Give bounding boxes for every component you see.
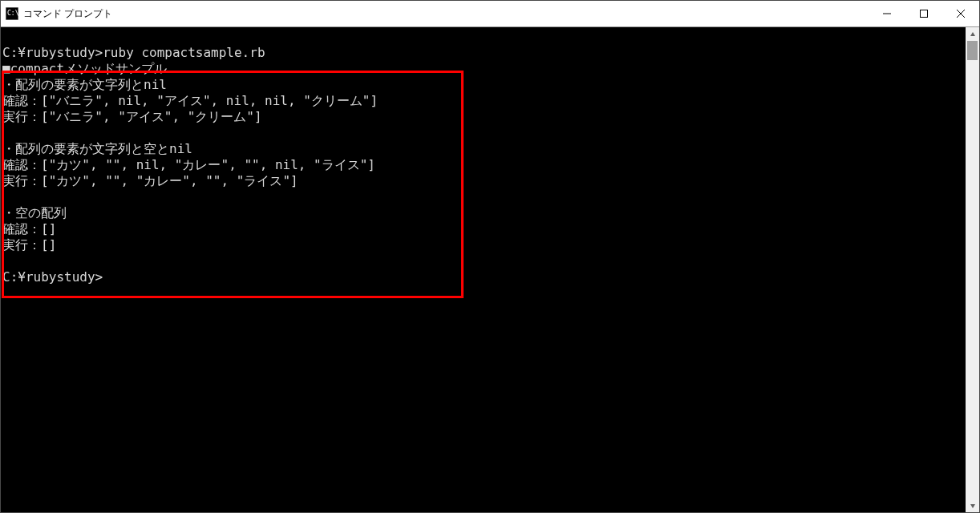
- terminal-line: [2, 189, 966, 205]
- terminal-line: 実行：["カツ", "", "カレー", "", "ライス"]: [2, 173, 966, 189]
- titlebar[interactable]: C:\ コマンド プロンプト: [1, 1, 979, 27]
- terminal-line: 確認：[]: [2, 221, 966, 237]
- terminal-output[interactable]: C:¥rubystudy>ruby compactsample.rb■compa…: [1, 27, 966, 512]
- svg-rect-2: [921, 10, 928, 18]
- terminal-line: [2, 253, 966, 269]
- svg-marker-4: [970, 504, 975, 508]
- svg-marker-3: [970, 32, 975, 36]
- command-prompt-window: C:\ コマンド プロンプト C:¥rubystudy>ruby compact…: [0, 0, 980, 513]
- close-button[interactable]: [942, 1, 979, 26]
- window-title: コマンド プロンプト: [23, 7, 869, 21]
- minimize-button[interactable]: [869, 1, 905, 26]
- terminal-line: ・配列の要素が文字列と空とnil: [2, 141, 966, 157]
- maximize-button[interactable]: [905, 1, 942, 26]
- terminal-line: 実行：["バニラ", "アイス", "クリーム"]: [2, 109, 966, 125]
- terminal-line: C:¥rubystudy>: [2, 269, 966, 285]
- terminal-line: 確認：["カツ", "", nil, "カレー", "", nil, "ライス"…: [2, 157, 966, 173]
- scroll-track[interactable]: [966, 41, 979, 499]
- scroll-thumb[interactable]: [967, 41, 978, 60]
- svg-text:C:\: C:\: [7, 10, 18, 17]
- scroll-up-button[interactable]: [966, 27, 979, 41]
- scroll-down-button[interactable]: [966, 499, 979, 512]
- terminal-line: ■compactメソッドサンプル: [2, 61, 966, 77]
- terminal-line: [2, 29, 966, 45]
- content-area: C:¥rubystudy>ruby compactsample.rb■compa…: [1, 27, 979, 512]
- terminal-line: C:¥rubystudy>ruby compactsample.rb: [2, 45, 966, 61]
- terminal-line: ・配列の要素が文字列とnil: [2, 77, 966, 93]
- window-controls: [869, 1, 979, 26]
- terminal-line: [2, 285, 966, 301]
- terminal-line: 確認：["バニラ", nil, "アイス", nil, nil, "クリーム"]: [2, 93, 966, 109]
- terminal-line: ・空の配列: [2, 205, 966, 221]
- terminal-line: [2, 125, 966, 141]
- cmd-icon: C:\: [6, 7, 18, 20]
- terminal-line: 実行：[]: [2, 237, 966, 253]
- vertical-scrollbar[interactable]: [966, 27, 979, 512]
